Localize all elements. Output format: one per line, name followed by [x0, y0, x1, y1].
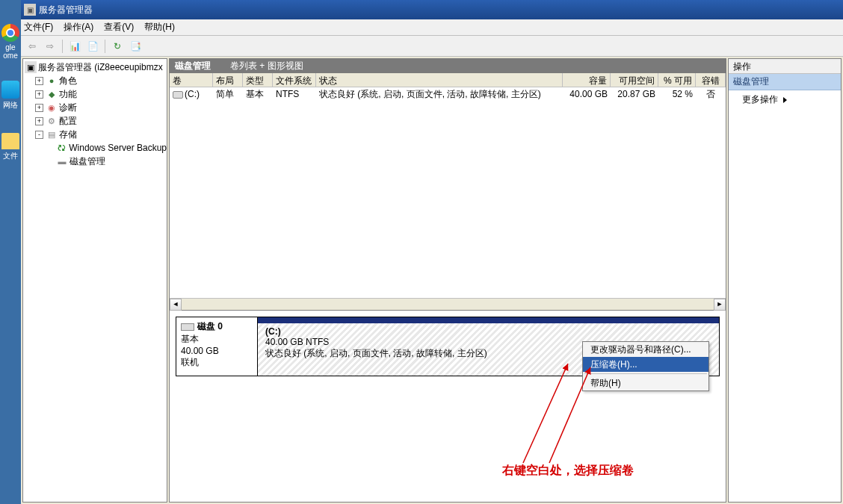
desktop-icon-label: 网络: [0, 100, 21, 111]
scroll-right-button[interactable]: ►: [714, 299, 726, 311]
actions-more-label: 更多操作: [742, 94, 778, 105]
menu-view[interactable]: 查看(V): [104, 21, 134, 34]
tree-root[interactable]: ▣ 服务器管理器 (iZ8eeceupibmzx: [23, 60, 167, 74]
disk-icon: ▬: [56, 155, 68, 167]
cell-layout: 简单: [213, 88, 243, 101]
tree-label: 磁盘管理: [70, 155, 105, 168]
tree-item-storage[interactable]: - ▤ 存储: [23, 128, 167, 141]
back-button: ⇦: [24, 38, 40, 55]
annotation-text: 右键空白处，选择压缩卷: [502, 463, 634, 479]
volume-list-header: 卷 布局 类型 文件系统 状态 容量 可用空间 % 可用 容错: [170, 73, 726, 87]
desktop-background[interactable]: gle ome 网络 文件: [0, 0, 21, 504]
window-title: 服务器管理器: [39, 4, 93, 16]
tree-pane[interactable]: ▣ 服务器管理器 (iZ8eeceupibmzx + ● 角色 + ◆ 功能: [22, 58, 167, 503]
cell-free: 20.87 GB: [611, 89, 658, 99]
menu-action[interactable]: 操作(A): [64, 21, 93, 34]
cell-percent: 52 %: [658, 89, 696, 99]
expand-icon[interactable]: +: [35, 104, 43, 112]
export-button[interactable]: 📑: [127, 38, 143, 55]
menu-help[interactable]: 帮助(H): [144, 21, 175, 34]
expand-icon[interactable]: +: [35, 90, 43, 99]
menu-help[interactable]: 帮助(H): [583, 376, 708, 391]
menu-separator: [584, 373, 707, 374]
diagnostics-icon: ◉: [46, 102, 58, 113]
server-manager-window: ▣ 服务器管理器 文件(F) 操作(A) 查看(V) 帮助(H) ⇦ ⇨ 📊 📄…: [21, 0, 843, 504]
desktop-icon-app[interactable]: 网络: [0, 79, 21, 121]
config-icon: ⚙: [46, 115, 58, 127]
col-status[interactable]: 状态: [316, 73, 563, 87]
desktop-icon-label: gle: [0, 43, 21, 52]
app-icon: ▣: [24, 4, 36, 16]
tree-label: Windows Server Backup: [69, 143, 167, 153]
collapse-icon[interactable]: -: [35, 131, 43, 139]
desktop-icon-label: 文件: [0, 151, 21, 161]
disk-graphical-view[interactable]: 磁盘 0 基本 40.00 GB 联机 (C:) 40.00 GB NTFS 状…: [169, 311, 726, 503]
main-header: 磁盘管理 卷列表 + 图形视图: [169, 58, 726, 73]
folder-icon: [1, 133, 19, 149]
scroll-left-button[interactable]: ◄: [170, 299, 182, 311]
tree-item-features[interactable]: + ◆ 功能: [23, 87, 167, 101]
col-fault[interactable]: 容错: [696, 73, 726, 87]
chrome-icon: [1, 24, 19, 42]
server-icon: ▣: [25, 61, 37, 73]
col-free[interactable]: 可用空间: [611, 73, 658, 87]
col-filesystem[interactable]: 文件系统: [273, 73, 316, 87]
expand-icon[interactable]: +: [35, 117, 43, 125]
col-layout[interactable]: 布局: [213, 73, 243, 87]
toolbar: ⇦ ⇨ 📊 📄 ↻ 📑: [21, 36, 843, 57]
col-capacity[interactable]: 容量: [563, 73, 611, 87]
cell-fault: 否: [696, 88, 726, 101]
col-volume[interactable]: 卷: [170, 73, 213, 87]
tree-item-wsb[interactable]: 🗘 Windows Server Backup: [23, 141, 167, 155]
roles-icon: ●: [46, 75, 58, 87]
chevron-right-icon: [783, 97, 787, 103]
actions-more[interactable]: 更多操作: [729, 90, 841, 109]
tree-item-diagnostics[interactable]: + ◉ 诊断: [23, 101, 167, 114]
main-header-subtitle: 卷列表 + 图形视图: [230, 60, 303, 72]
menu-file[interactable]: 文件(F): [24, 21, 53, 34]
horizontal-scrollbar[interactable]: ◄ ►: [170, 298, 726, 310]
cell-volume: (C:): [170, 89, 213, 99]
disk-info[interactable]: 磁盘 0 基本 40.00 GB 联机: [176, 317, 258, 376]
features-icon: ◆: [46, 88, 58, 100]
disk-state: 联机: [181, 356, 253, 369]
storage-icon: ▤: [46, 128, 58, 140]
main-header-title: 磁盘管理: [175, 60, 211, 72]
cell-type: 基本: [243, 88, 273, 101]
tree-label: 服务器管理器 (iZ8eeceupibmzx: [38, 61, 163, 74]
col-type[interactable]: 类型: [243, 73, 273, 87]
tree-label: 诊断: [59, 102, 77, 114]
tree-label: 角色: [59, 75, 77, 87]
disk-size: 40.00 GB: [181, 346, 253, 356]
desktop-icon-label: ome: [0, 52, 21, 60]
tree-label: 存储: [59, 128, 77, 141]
volume-list[interactable]: 卷 布局 类型 文件系统 状态 容量 可用空间 % 可用 容错 (C:) 简单 …: [169, 73, 726, 311]
menubar: 文件(F) 操作(A) 查看(V) 帮助(H): [21, 19, 843, 36]
desktop-icon-chrome[interactable]: gle ome: [0, 22, 21, 64]
properties-button[interactable]: 📄: [84, 38, 101, 55]
backup-icon: 🗘: [55, 142, 67, 154]
menu-shrink-volume[interactable]: 压缩卷(H)...: [583, 357, 708, 372]
cell-capacity: 40.00 GB: [563, 89, 611, 99]
actions-section[interactable]: 磁盘管理: [729, 74, 841, 90]
desktop-icon-folder[interactable]: 文件: [0, 131, 21, 173]
titlebar[interactable]: ▣ 服务器管理器: [21, 0, 843, 19]
tree-item-roles[interactable]: + ● 角色: [23, 74, 167, 87]
disk-type: 基本: [181, 333, 253, 346]
tree-item-diskmgmt[interactable]: ▬ 磁盘管理: [23, 155, 167, 168]
disk-label: 磁盘 0: [197, 321, 223, 332]
actions-header: 操作: [729, 59, 841, 74]
tree-label: 功能: [59, 88, 77, 101]
menu-change-drive-letter[interactable]: 更改驱动器号和路径(C)...: [583, 342, 708, 357]
tree-item-config[interactable]: + ⚙ 配置: [23, 114, 167, 128]
refresh-button[interactable]: ↻: [109, 38, 126, 55]
expand-icon[interactable]: +: [35, 77, 43, 85]
partition-color-bar: [258, 317, 719, 323]
volume-row[interactable]: (C:) 简单 基本 NTFS 状态良好 (系统, 启动, 页面文件, 活动, …: [170, 87, 726, 101]
actions-pane: 操作 磁盘管理 更多操作: [728, 58, 842, 503]
scope-button[interactable]: 📊: [67, 38, 83, 55]
col-percent[interactable]: % 可用: [658, 73, 696, 87]
cell-status: 状态良好 (系统, 启动, 页面文件, 活动, 故障转储, 主分区): [316, 88, 563, 101]
partition-name: (C:): [265, 326, 711, 337]
disk-icon: [181, 323, 194, 331]
